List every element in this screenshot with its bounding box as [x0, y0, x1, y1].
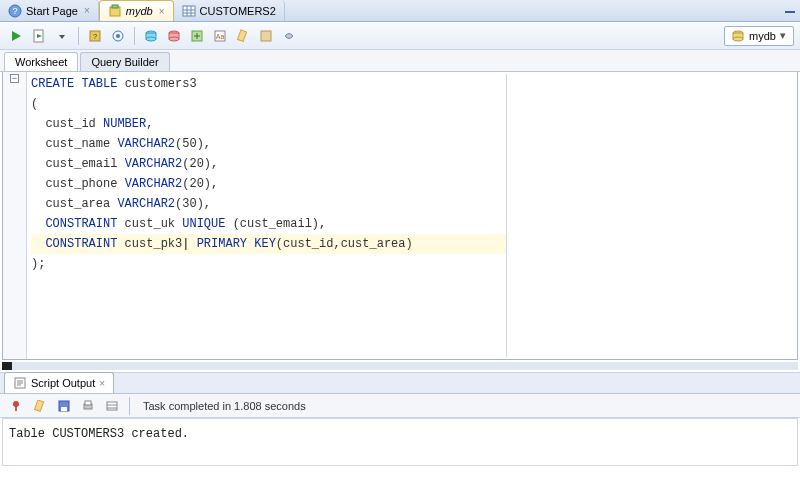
pin-button[interactable] [6, 396, 26, 416]
svg-text:Aa: Aa [216, 33, 225, 40]
minimize-button[interactable] [780, 0, 800, 21]
close-icon[interactable]: × [84, 5, 90, 16]
svg-point-33 [733, 37, 743, 41]
code-line[interactable]: cust_email VARCHAR2(20), [31, 154, 506, 174]
table-icon [182, 4, 196, 18]
tab-label: Start Page [26, 5, 78, 17]
print-output-button[interactable] [78, 396, 98, 416]
code-line[interactable]: cust_phone VARCHAR2(20), [31, 174, 506, 194]
chevron-down-icon: ▾ [780, 29, 786, 42]
connection-dropdown[interactable]: mydb ▾ [724, 26, 794, 46]
code-pane[interactable]: CREATE TABLE customers3( cust_id NUMBER,… [27, 72, 797, 359]
output-status-text: Task completed in 1.808 seconds [143, 400, 306, 412]
separator [78, 27, 79, 45]
sql-recall-button[interactable] [279, 26, 299, 46]
tab-customers2[interactable]: CUSTOMERS2 [174, 0, 285, 21]
svg-rect-45 [107, 402, 117, 410]
sub-tab-label: Worksheet [15, 56, 67, 68]
code-line[interactable]: cust_area VARCHAR2(30), [31, 194, 506, 214]
svg-point-23 [169, 37, 179, 41]
save-output-button[interactable] [54, 396, 74, 416]
db-connection-icon [108, 4, 122, 18]
output-body[interactable]: Table CUSTOMERS3 created. [2, 418, 798, 466]
unshared-worksheet-button[interactable] [187, 26, 207, 46]
code-line[interactable]: CREATE TABLE customers3 [31, 74, 506, 94]
tab-label: CUSTOMERS2 [200, 5, 276, 17]
tab-mydb[interactable]: mydb × [99, 0, 174, 21]
splitter-handle[interactable] [2, 362, 12, 370]
tab-start-page[interactable]: ? Start Page × [0, 0, 99, 21]
svg-rect-40 [35, 400, 44, 411]
fold-toggle-icon[interactable]: − [10, 74, 19, 83]
sql-editor[interactable]: − CREATE TABLE customers3( cust_id NUMBE… [2, 72, 798, 360]
svg-rect-9 [785, 11, 795, 13]
output-tab-label: Script Output [31, 377, 95, 389]
run-script-dropdown[interactable] [52, 26, 72, 46]
connection-label: mydb [749, 30, 776, 42]
sql-history-button[interactable]: Aa [210, 26, 230, 46]
script-output-icon [13, 376, 27, 390]
svg-rect-42 [61, 407, 67, 411]
code-line[interactable]: ( [31, 94, 506, 114]
explain-plan-button[interactable]: ? [85, 26, 105, 46]
separator [134, 27, 135, 45]
svg-rect-29 [238, 29, 247, 40]
clear-button[interactable] [233, 26, 253, 46]
svg-rect-44 [85, 401, 91, 405]
svg-marker-13 [59, 35, 65, 39]
clear-output-button[interactable] [30, 396, 50, 416]
buffer-size-button[interactable] [102, 396, 122, 416]
code-line[interactable]: cust_name VARCHAR2(50), [31, 134, 506, 154]
editor-gutter: − [3, 72, 27, 359]
code-line[interactable]: CONSTRAINT cust_uk UNIQUE (cust_email), [31, 214, 506, 234]
output-toolbar: Task completed in 1.808 seconds [0, 394, 800, 418]
svg-text:?: ? [12, 6, 17, 16]
worksheet-sub-tabs: Worksheet Query Builder [0, 50, 800, 72]
close-icon[interactable]: × [99, 378, 105, 389]
sub-tab-query-builder[interactable]: Query Builder [80, 52, 169, 71]
output-tab-bar: Script Output × [0, 372, 800, 394]
code-line[interactable]: CONSTRAINT cust_pk3| PRIMARY KEY(cust_id… [31, 234, 506, 254]
code-line[interactable]: ); [31, 254, 506, 274]
output-text: Table CUSTOMERS3 created. [9, 427, 189, 441]
document-tab-bar: ? Start Page × mydb × CUSTOMERS2 [0, 0, 800, 22]
svg-rect-30 [261, 31, 271, 41]
run-script-button[interactable] [29, 26, 49, 46]
sub-tab-worksheet[interactable]: Worksheet [4, 52, 78, 71]
db-icon [731, 29, 745, 43]
separator [129, 397, 130, 415]
horizontal-splitter[interactable] [2, 362, 798, 370]
close-icon[interactable]: × [159, 6, 165, 17]
help-icon: ? [8, 4, 22, 18]
svg-text:?: ? [93, 32, 98, 41]
to-upper-button[interactable] [256, 26, 276, 46]
svg-point-20 [146, 37, 156, 41]
tab-label: mydb [126, 5, 153, 17]
sub-tab-label: Query Builder [91, 56, 158, 68]
svg-marker-10 [12, 31, 21, 41]
autotrace-button[interactable] [108, 26, 128, 46]
svg-rect-4 [183, 6, 195, 16]
svg-rect-3 [112, 5, 118, 8]
run-statement-button[interactable] [6, 26, 26, 46]
svg-point-17 [116, 34, 120, 38]
code-line[interactable]: cust_id NUMBER, [31, 114, 506, 134]
output-tab-script-output[interactable]: Script Output × [4, 372, 114, 393]
worksheet-toolbar: ? Aa mydb ▾ [0, 22, 800, 50]
tab-filler [285, 0, 780, 21]
commit-button[interactable] [141, 26, 161, 46]
rollback-button[interactable] [164, 26, 184, 46]
